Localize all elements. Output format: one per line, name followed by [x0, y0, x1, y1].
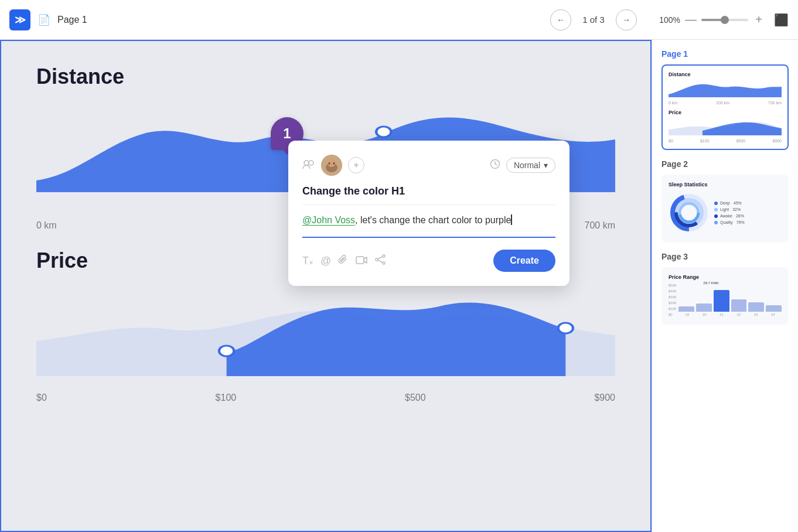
- comment-mention: @John Voss: [302, 215, 355, 225]
- legend-quality-label: Quality: [720, 220, 733, 224]
- distance-label-700km: 700 km: [585, 220, 615, 231]
- thumb3-y-labels: $500 $400 $300 $200 $100 $0: [669, 282, 676, 318]
- price-chart-svg: [36, 282, 615, 376]
- legend-deep: Deep 45%: [714, 201, 745, 205]
- sidebar-page3-label: Page 3: [661, 252, 789, 261]
- legend-quality-value: 76%: [736, 220, 745, 224]
- svg-point-8: [329, 162, 330, 165]
- page1-thumbnail[interactable]: Distance 0 km200 km700 km Price $0$: [661, 64, 789, 150]
- legend-awake: Awake 28%: [714, 214, 745, 218]
- bar-20: [696, 303, 712, 312]
- thumb2-title: Sleep Statistics: [669, 182, 782, 187]
- comment-divider: [302, 204, 555, 205]
- zoom-value: 100%: [653, 15, 680, 25]
- price-label-0: $0: [36, 393, 47, 403]
- thumb3-highlight-label: 28.7 KWh: [703, 281, 718, 285]
- legend-quality: Quality 76%: [714, 220, 745, 224]
- attachment-icon[interactable]: [338, 254, 349, 268]
- bar-24: [766, 305, 782, 312]
- thumb1-price-labels: $0$100$500$900: [669, 139, 782, 143]
- mention-icon[interactable]: @: [320, 255, 331, 267]
- expand-icon: ≫: [15, 13, 26, 26]
- legend-awake-value: 28%: [736, 214, 744, 218]
- svg-point-2: [558, 323, 573, 333]
- comment-footer: Tₓ @ Create: [302, 250, 555, 272]
- thumb3-chart-wrapper: $500 $400 $300 $200 $100 $0 28.7 KWh: [669, 282, 782, 318]
- add-user-button[interactable]: +: [348, 157, 364, 173]
- legend-light-value: 32%: [732, 207, 741, 212]
- users-icon: [302, 159, 315, 172]
- price-chart-area: [36, 282, 615, 388]
- thumb1-price-chart: [669, 118, 782, 135]
- sidebar-page2-label: Page 2: [661, 159, 789, 169]
- bar-22: [731, 299, 747, 312]
- legend-light: Light 32%: [714, 207, 745, 212]
- svg-point-0: [376, 127, 391, 137]
- svg-point-13: [376, 258, 378, 261]
- thumb2-donut-container: Deep 45% Light 32% Awake 28%: [669, 190, 782, 236]
- thumb1-distance-chart: [669, 80, 782, 97]
- bar-18: [678, 306, 694, 312]
- create-button[interactable]: Create: [493, 250, 555, 272]
- legend-awake-label: Awake: [720, 214, 732, 218]
- right-sidebar: Page 1 Distance 0 km200 km700 km Price: [652, 40, 798, 532]
- comment-title: Change the color H1: [302, 185, 555, 197]
- thumb1-distance-title: Distance: [669, 71, 782, 77]
- page-icon: 📄: [37, 13, 50, 26]
- price-chart-labels: $0 $100 $500 $900: [36, 393, 615, 403]
- thumb1-price-title: Price: [669, 110, 782, 115]
- price-label-900: $900: [594, 393, 615, 403]
- page3-thumbnail[interactable]: Price Range $500 $400 $300 $200 $100 $0 …: [661, 267, 789, 325]
- thumb3-bar-container: 28.7 KWh 182021222324: [678, 282, 782, 318]
- svg-point-9: [333, 162, 335, 165]
- comment-panel: + Normal ▾ Change the color H1 @John Vos…: [288, 141, 569, 286]
- price-label-500: $500: [405, 393, 426, 403]
- comment-cursor: [511, 214, 512, 225]
- page-indicator: 1 of 3: [576, 15, 611, 25]
- comment-input-line: [302, 237, 555, 238]
- legend-light-dot: [714, 208, 718, 212]
- legend-deep-dot: [714, 202, 718, 205]
- svg-point-1: [219, 346, 234, 356]
- zoom-slider[interactable]: [701, 19, 748, 21]
- thumb3-x-labels: 182021222324: [678, 313, 782, 316]
- share-icon[interactable]: [374, 254, 386, 268]
- price-label-100: $100: [216, 393, 237, 403]
- sleep-donut-chart: [669, 192, 710, 233]
- status-label: Normal: [514, 161, 540, 170]
- svg-rect-11: [356, 257, 364, 264]
- bar-21: [714, 290, 729, 312]
- toolbar: ≫ 📄 Page 1 ← 1 of 3 → 100% — + ⬛: [0, 0, 798, 40]
- canvas-content: Distance 0 km 200 km 700 km Pr: [1, 41, 650, 427]
- video-icon[interactable]: [356, 255, 367, 267]
- zoom-plus-button[interactable]: +: [752, 13, 766, 27]
- status-dropdown[interactable]: Normal ▾: [506, 158, 555, 173]
- next-page-button[interactable]: →: [616, 9, 637, 30]
- sleep-legend: Deep 45% Light 32% Awake 28%: [714, 201, 745, 224]
- chevron-down-icon: ▾: [544, 161, 548, 170]
- comment-avatar: [321, 155, 342, 176]
- monitor-icon[interactable]: ⬛: [774, 13, 789, 27]
- bar-23: [748, 302, 764, 312]
- zoom-minus-button[interactable]: —: [684, 13, 698, 27]
- comment-body: @John Voss, let's change the chart color…: [302, 213, 555, 227]
- page2-thumbnail[interactable]: Sleep Statistics Deep: [661, 175, 789, 243]
- legend-awake-dot: [714, 214, 718, 218]
- prev-page-button[interactable]: ←: [550, 9, 571, 30]
- sidebar-page1-label: Page 1: [661, 49, 789, 59]
- legend-light-label: Light: [720, 207, 729, 212]
- page-navigation: ← 1 of 3 →: [550, 9, 637, 30]
- comment-body-text: , let's change the chart color to purple: [355, 215, 511, 225]
- expand-button[interactable]: ≫: [9, 9, 30, 30]
- clock-icon: [490, 159, 500, 172]
- thumb3-title: Price Range: [669, 274, 782, 280]
- canvas-area: Distance 0 km 200 km 700 km Pr: [0, 40, 652, 532]
- legend-deep-value: 45%: [734, 201, 742, 205]
- legend-deep-label: Deep: [720, 201, 730, 205]
- main-layout: Distance 0 km 200 km 700 km Pr: [0, 40, 798, 532]
- text-format-icon[interactable]: Tₓ: [302, 254, 313, 267]
- svg-point-14: [383, 262, 385, 264]
- comment-number: 1: [283, 125, 291, 142]
- distance-chart-title: Distance: [36, 64, 615, 89]
- zoom-control: 100% — + ⬛: [653, 13, 789, 27]
